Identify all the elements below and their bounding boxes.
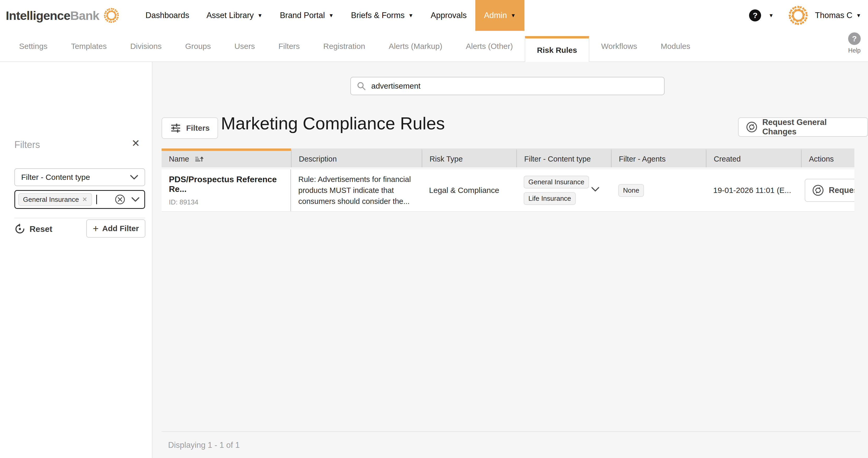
tab-alerts-markup[interactable]: Alerts (Markup) [377,31,454,61]
cell-created: 19-01-2026 11:01 (E... [706,170,801,211]
user-menu[interactable]: Thomas C [815,11,852,20]
help-icon: ? [848,32,861,45]
reset-icon [14,223,25,235]
column-header-actions: Actions [801,149,855,167]
filter-type-value: Filter - Content type [21,173,90,182]
main-panel: Filters Marketing Compliance Rules Reque… [152,62,868,458]
nav-dashboards[interactable]: Dashboards [137,0,198,31]
chevron-down-icon[interactable]: ▼ [856,12,861,19]
divider [162,431,861,432]
cell-actions: Request General Changes [801,170,855,211]
request-general-changes-button[interactable]: Request General Changes [738,117,868,137]
nav-asset-library[interactable]: Asset Library▼ [198,0,271,31]
clear-all-icon[interactable] [115,194,125,205]
created-value: 19-01-2026 11:01 (E... [713,186,801,195]
tab-alerts-other[interactable]: Alerts (Other) [454,31,525,61]
column-header-risk-type[interactable]: Risk Type [422,149,516,167]
chevron-down-icon[interactable]: ▼ [768,12,774,19]
column-header-filter-agents[interactable]: Filter - Agents [611,149,706,167]
filter-value-multiselect[interactable]: General Insurance ✕ [14,190,145,209]
add-filter-label: Add Filter [102,224,139,233]
chip-remove-icon[interactable]: ✕ [82,196,87,203]
admin-tab-bar: Settings Templates Divisions Groups User… [0,31,868,62]
content-type-chip: Life Insurance [524,192,576,205]
filters-toggle-button[interactable]: Filters [162,117,218,139]
filter-type-select[interactable]: Filter - Content type [14,169,145,186]
rules-table: Name Description Risk Type Filter - Cont… [162,149,855,212]
column-header-name[interactable]: Name [162,149,291,167]
table-row: PDS/Prospectus Reference Re... ID: 89134… [162,170,855,212]
help-button[interactable]: ? Help [848,32,861,54]
divider [14,218,145,218]
chevron-down-icon [130,175,138,180]
content-area: Filters ✕ Filter - Content type General … [0,62,868,458]
text-cursor [96,195,97,204]
selected-filter-chip: General Insurance ✕ [18,193,92,206]
chevron-down-icon[interactable] [591,187,599,192]
sync-icon [812,184,824,196]
tab-users[interactable]: Users [223,31,267,61]
tab-filters[interactable]: Filters [267,31,312,61]
tab-registration[interactable]: Registration [312,31,377,61]
agents-chip: None [618,184,644,197]
chevron-down-icon[interactable] [131,197,140,202]
help-icon[interactable]: ? [749,9,761,22]
tab-settings[interactable]: Settings [7,31,59,61]
filters-sidebar: Filters ✕ Filter - Content type General … [0,62,152,458]
chip-label: General Insurance [23,195,79,204]
filters-button-label: Filters [186,124,210,132]
primary-nav: Dashboards Asset Library▼ Brand Portal▼ … [137,0,524,31]
cell-name: PDS/Prospectus Reference Re... ID: 89134 [162,170,291,211]
column-header-filter-content-type[interactable]: Filter - Content type [516,149,611,167]
chevron-down-icon: ▼ [257,12,263,19]
nav-briefs-forms[interactable]: Briefs & Forms▼ [342,0,422,31]
nav-admin[interactable]: Admin▼ [475,0,524,31]
tab-workflows[interactable]: Workflows [589,31,649,61]
avatar[interactable] [786,3,810,27]
top-bar: IntelligenceBank Dashboards Asset Librar… [0,0,868,31]
request-changes-label: Request General Changes [763,118,860,136]
help-label: Help [848,47,860,54]
sliders-icon [170,122,181,134]
tab-divisions[interactable]: Divisions [118,31,173,61]
search-icon [356,81,367,91]
cell-filter-agents: None [611,170,706,211]
page-title: Marketing Compliance Rules [221,113,445,133]
content-type-chip: General Insurance [524,176,589,188]
risk-type-value: Legal & Compliance [429,186,516,195]
chevron-down-icon: ▼ [329,12,334,19]
tab-modules[interactable]: Modules [649,31,702,61]
row-request-changes-button[interactable]: Request General Changes [805,179,855,202]
reset-filters-button[interactable]: Reset [14,223,52,235]
rule-id: ID: 89134 [169,198,290,206]
tab-templates[interactable]: Templates [59,31,118,61]
add-filter-button[interactable]: + Add Filter [86,219,145,238]
top-right-controls: ? ▼ Thomas C ▼ [749,0,868,31]
brand-starburst-icon [102,6,121,25]
brand-name-secondary: Bank [70,9,99,23]
tab-groups[interactable]: Groups [173,31,222,61]
table-header-row: Name Description Risk Type Filter - Cont… [162,149,855,167]
cell-filter-content-type: General Insurance Life Insurance [516,170,611,211]
nav-approvals[interactable]: Approvals [422,0,475,31]
cell-description: Rule: Advertisements for financial produ… [291,170,422,211]
sync-icon [746,121,758,133]
search-box[interactable] [350,77,664,95]
nav-brand-portal[interactable]: Brand Portal▼ [271,0,342,31]
results-count: Displaying 1 - 1 of 1 [168,440,240,450]
brand-name-primary: Intelligence [6,9,70,23]
rule-description: Rule: Advertisements for financial produ… [298,174,422,207]
tab-risk-rules[interactable]: Risk Rules [525,36,589,62]
brand-logo[interactable]: IntelligenceBank [0,0,121,31]
close-icon[interactable]: ✕ [131,138,140,148]
column-header-description[interactable]: Description [291,149,422,167]
row-request-changes-label: Request General Changes [829,186,855,195]
search-input[interactable] [371,82,659,90]
filters-panel-title: Filters [14,139,40,150]
chevron-down-icon: ▼ [408,12,413,19]
rule-name-link[interactable]: PDS/Prospectus Reference Re... [169,175,290,194]
cell-risk-type: Legal & Compliance [422,170,516,211]
reset-label: Reset [30,224,52,234]
chevron-down-icon: ▼ [510,12,516,19]
column-header-created[interactable]: Created [706,149,801,167]
